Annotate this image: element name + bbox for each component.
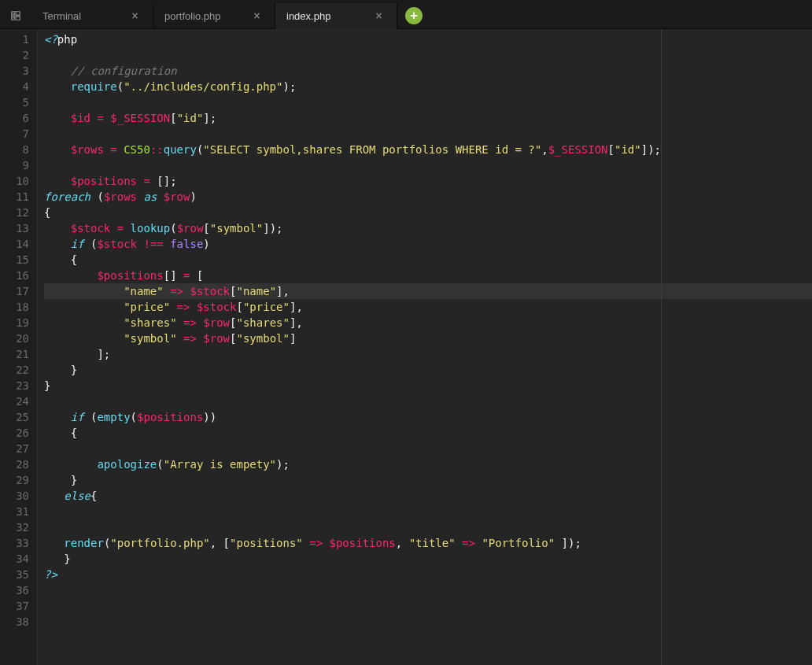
line-number: 9 bbox=[9, 157, 29, 173]
line-number: 34 bbox=[9, 551, 29, 567]
code-line[interactable] bbox=[44, 157, 812, 173]
line-number: 36 bbox=[9, 582, 29, 598]
code-line[interactable]: require("../includes/config.php"); bbox=[44, 79, 812, 94]
line-number: 22 bbox=[9, 362, 29, 378]
editor: 1234567891011121314151617181920212223242… bbox=[0, 29, 812, 665]
tab-portfolio-php[interactable]: portfolio.php× bbox=[153, 3, 275, 29]
code-line[interactable]: "name" => $stock["name"], bbox=[44, 283, 812, 299]
code-line[interactable]: // configuration bbox=[44, 63, 812, 79]
line-number: 16 bbox=[9, 268, 29, 283]
line-number: 28 bbox=[9, 456, 29, 472]
line-number: 10 bbox=[9, 173, 29, 189]
code-line[interactable] bbox=[44, 504, 812, 519]
line-number: 11 bbox=[9, 189, 29, 205]
code-line[interactable] bbox=[44, 614, 812, 630]
line-number: 19 bbox=[9, 315, 29, 331]
code-line[interactable]: { bbox=[44, 205, 812, 220]
code-line[interactable]: "symbol" => $row["symbol"] bbox=[44, 331, 812, 346]
line-number: 35 bbox=[9, 567, 29, 582]
tab-label: portfolio.php bbox=[164, 10, 244, 22]
line-number: 4 bbox=[9, 79, 29, 94]
tab-label: Terminal bbox=[42, 10, 122, 22]
code-line[interactable]: apologize("Array is empety"); bbox=[44, 456, 812, 472]
tab-terminal[interactable]: Terminal× bbox=[31, 3, 153, 29]
code-line[interactable] bbox=[44, 441, 812, 456]
line-number: 27 bbox=[9, 441, 29, 456]
line-number: 12 bbox=[9, 205, 29, 220]
line-number: 33 bbox=[9, 535, 29, 551]
line-number: 38 bbox=[9, 614, 29, 630]
line-number: 37 bbox=[9, 598, 29, 614]
code-line[interactable]: if (empty($positions)) bbox=[44, 409, 812, 425]
close-icon[interactable]: × bbox=[250, 9, 264, 23]
code-line[interactable]: $positions = []; bbox=[44, 173, 812, 189]
line-number-gutter: 1234567891011121314151617181920212223242… bbox=[0, 29, 38, 665]
code-line[interactable]: { bbox=[44, 425, 812, 441]
code-line[interactable] bbox=[44, 582, 812, 598]
line-number: 26 bbox=[9, 425, 29, 441]
home-icon[interactable] bbox=[0, 3, 31, 29]
line-number: 15 bbox=[9, 252, 29, 268]
code-line[interactable]: } bbox=[44, 551, 812, 567]
code-line[interactable] bbox=[44, 94, 812, 110]
code-line[interactable]: foreach ($rows as $row) bbox=[44, 189, 812, 205]
line-number: 8 bbox=[9, 142, 29, 157]
tab-index-php[interactable]: index.php× bbox=[275, 3, 397, 29]
line-number: 25 bbox=[9, 409, 29, 425]
line-number: 3 bbox=[9, 63, 29, 79]
line-number: 30 bbox=[9, 488, 29, 504]
code-line[interactable]: } bbox=[44, 472, 812, 488]
code-line[interactable] bbox=[44, 598, 812, 614]
code-line[interactable]: "price" => $stock["price"], bbox=[44, 299, 812, 315]
code-line[interactable]: render("portfolio.php", ["positions" => … bbox=[44, 535, 812, 551]
code-line[interactable]: } bbox=[44, 378, 812, 393]
tabbar: Terminal×portfolio.php×index.php× + bbox=[0, 3, 812, 29]
code-line[interactable] bbox=[44, 519, 812, 535]
code-line[interactable]: ?> bbox=[44, 567, 812, 582]
code-area[interactable]: <?php // configuration require("../inclu… bbox=[38, 29, 812, 665]
line-number: 1 bbox=[9, 31, 29, 47]
code-line[interactable] bbox=[44, 393, 812, 409]
line-number: 18 bbox=[9, 299, 29, 315]
line-number: 21 bbox=[9, 346, 29, 362]
code-line[interactable]: { bbox=[44, 252, 812, 268]
code-line[interactable]: <?php bbox=[44, 31, 812, 47]
line-number: 14 bbox=[9, 236, 29, 252]
code-line[interactable]: $stock = lookup($row["symbol"]); bbox=[44, 220, 812, 236]
close-icon[interactable]: × bbox=[128, 9, 142, 23]
line-number: 2 bbox=[9, 47, 29, 63]
add-tab-button[interactable]: + bbox=[405, 7, 423, 24]
code-line[interactable]: $rows = CS50::query("SELECT symbol,share… bbox=[44, 142, 812, 157]
code-line[interactable] bbox=[44, 126, 812, 142]
line-number: 6 bbox=[9, 110, 29, 126]
line-number: 24 bbox=[9, 393, 29, 409]
line-number: 31 bbox=[9, 504, 29, 519]
code-line[interactable] bbox=[44, 47, 812, 63]
code-line[interactable]: } bbox=[44, 362, 812, 378]
close-icon[interactable]: × bbox=[372, 9, 386, 23]
line-number: 20 bbox=[9, 331, 29, 346]
code-line[interactable]: if ($stock !== false) bbox=[44, 236, 812, 252]
code-line[interactable]: $id = $_SESSION["id"]; bbox=[44, 110, 812, 126]
code-line[interactable]: "shares" => $row["shares"], bbox=[44, 315, 812, 331]
line-number: 5 bbox=[9, 94, 29, 110]
line-number: 23 bbox=[9, 378, 29, 393]
code-line[interactable]: ]; bbox=[44, 346, 812, 362]
line-number: 32 bbox=[9, 519, 29, 535]
line-number: 29 bbox=[9, 472, 29, 488]
line-number: 17 bbox=[9, 283, 29, 299]
code-line[interactable]: $positions[] = [ bbox=[44, 268, 812, 283]
tab-label: index.php bbox=[286, 10, 366, 22]
line-number: 7 bbox=[9, 126, 29, 142]
code-line[interactable]: else{ bbox=[44, 488, 812, 504]
line-number: 13 bbox=[9, 220, 29, 236]
